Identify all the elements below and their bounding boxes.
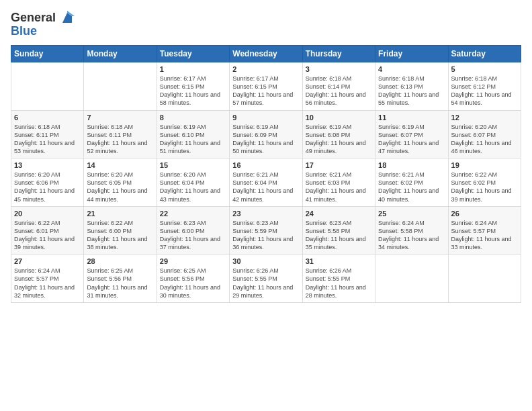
cell-info: Sunrise: 6:18 AMSunset: 6:13 PMDaylight:… (378, 75, 445, 107)
calendar-cell: 9Sunrise: 6:19 AMSunset: 6:09 PMDaylight… (230, 110, 302, 158)
day-header-friday: Friday (375, 46, 448, 62)
calendar-cell: 22Sunrise: 6:23 AMSunset: 6:00 PMDayligh… (157, 206, 229, 255)
day-number: 15 (160, 161, 226, 169)
day-header-sunday: Sunday (11, 46, 84, 62)
calendar-cell: 19Sunrise: 6:22 AMSunset: 6:02 PMDayligh… (448, 158, 521, 207)
day-number: 30 (232, 257, 299, 265)
cell-info: Sunrise: 6:20 AMSunset: 6:05 PMDaylight:… (87, 171, 153, 203)
day-number: 12 (451, 113, 518, 122)
cell-info: Sunrise: 6:23 AMSunset: 6:00 PMDaylight:… (160, 219, 226, 252)
calendar-cell: 28Sunrise: 6:25 AMSunset: 5:56 PMDayligh… (84, 255, 157, 303)
day-number: 13 (14, 161, 81, 169)
calendar-week-5: 27Sunrise: 6:24 AMSunset: 5:57 PMDayligh… (11, 255, 521, 303)
day-number: 31 (306, 257, 372, 265)
calendar-cell: 20Sunrise: 6:22 AMSunset: 6:01 PMDayligh… (11, 206, 84, 255)
day-number: 9 (232, 113, 299, 122)
calendar-cell: 11Sunrise: 6:19 AMSunset: 6:07 PMDayligh… (375, 110, 448, 158)
logo-icon (60, 11, 75, 26)
day-number: 19 (451, 161, 518, 169)
day-number: 8 (160, 113, 226, 122)
cell-info: Sunrise: 6:26 AMSunset: 5:55 PMDaylight:… (232, 267, 299, 300)
calendar-cell: 31Sunrise: 6:26 AMSunset: 5:55 PMDayligh… (302, 255, 375, 303)
calendar-cell: 4Sunrise: 6:18 AMSunset: 6:13 PMDaylight… (375, 62, 448, 111)
cell-info: Sunrise: 6:19 AMSunset: 6:09 PMDaylight:… (232, 123, 299, 156)
calendar-cell: 15Sunrise: 6:20 AMSunset: 6:04 PMDayligh… (157, 158, 229, 207)
cell-info: Sunrise: 6:18 AMSunset: 6:11 PMDaylight:… (87, 123, 153, 156)
calendar-cell: 3Sunrise: 6:18 AMSunset: 6:14 PMDaylight… (302, 62, 375, 111)
calendar-cell (84, 62, 157, 111)
day-header-wednesday: Wednesday (230, 46, 302, 62)
day-number: 5 (451, 65, 518, 73)
cell-info: Sunrise: 6:22 AMSunset: 6:00 PMDaylight:… (87, 219, 153, 252)
cell-info: Sunrise: 6:24 AMSunset: 5:57 PMDaylight:… (14, 267, 81, 300)
calendar-cell: 21Sunrise: 6:22 AMSunset: 6:00 PMDayligh… (84, 206, 157, 255)
cell-info: Sunrise: 6:25 AMSunset: 5:56 PMDaylight:… (160, 267, 226, 300)
cell-info: Sunrise: 6:18 AMSunset: 6:12 PMDaylight:… (451, 75, 518, 107)
calendar-week-1: 1Sunrise: 6:17 AMSunset: 6:15 PMDaylight… (11, 62, 521, 111)
calendar-cell: 5Sunrise: 6:18 AMSunset: 6:12 PMDaylight… (448, 62, 521, 111)
cell-info: Sunrise: 6:26 AMSunset: 5:55 PMDaylight:… (306, 267, 372, 300)
day-header-monday: Monday (84, 46, 157, 62)
calendar-table: SundayMondayTuesdayWednesdayThursdayFrid… (11, 45, 521, 303)
day-number: 16 (232, 161, 299, 169)
logo-general: General (11, 11, 75, 26)
day-number: 28 (87, 257, 153, 265)
day-number: 10 (306, 113, 372, 122)
calendar-cell (375, 255, 448, 303)
header: General Blue (11, 11, 521, 38)
calendar-cell: 13Sunrise: 6:20 AMSunset: 6:06 PMDayligh… (11, 158, 84, 207)
day-number: 22 (160, 210, 226, 218)
calendar-cell: 2Sunrise: 6:17 AMSunset: 6:15 PMDaylight… (230, 62, 302, 111)
calendar-cell: 8Sunrise: 6:19 AMSunset: 6:10 PMDaylight… (157, 110, 229, 158)
calendar-cell: 27Sunrise: 6:24 AMSunset: 5:57 PMDayligh… (11, 255, 84, 303)
cell-info: Sunrise: 6:18 AMSunset: 6:14 PMDaylight:… (306, 75, 372, 107)
calendar-cell: 24Sunrise: 6:23 AMSunset: 5:58 PMDayligh… (302, 206, 375, 255)
day-number: 11 (378, 113, 445, 122)
cell-info: Sunrise: 6:23 AMSunset: 5:59 PMDaylight:… (232, 219, 299, 252)
calendar-cell: 12Sunrise: 6:20 AMSunset: 6:07 PMDayligh… (448, 110, 521, 158)
cell-info: Sunrise: 6:21 AMSunset: 6:04 PMDaylight:… (232, 171, 299, 203)
calendar-cell: 10Sunrise: 6:19 AMSunset: 6:08 PMDayligh… (302, 110, 375, 158)
cell-info: Sunrise: 6:20 AMSunset: 6:04 PMDaylight:… (160, 171, 226, 203)
day-number: 7 (87, 113, 153, 122)
logo: General Blue (11, 11, 75, 38)
calendar-cell (448, 255, 521, 303)
calendar-week-2: 6Sunrise: 6:18 AMSunset: 6:11 PMDaylight… (11, 110, 521, 158)
calendar-cell: 16Sunrise: 6:21 AMSunset: 6:04 PMDayligh… (230, 158, 302, 207)
cell-info: Sunrise: 6:20 AMSunset: 6:07 PMDaylight:… (451, 123, 518, 156)
day-number: 14 (87, 161, 153, 169)
page: General Blue SundayMondayTuesdayWednesda… (0, 0, 532, 411)
day-number: 3 (306, 65, 372, 73)
cell-info: Sunrise: 6:17 AMSunset: 6:15 PMDaylight:… (232, 75, 299, 107)
cell-info: Sunrise: 6:19 AMSunset: 6:08 PMDaylight:… (306, 123, 372, 156)
day-number: 18 (378, 161, 445, 169)
logo-blue: Blue (11, 24, 75, 38)
calendar-cell: 17Sunrise: 6:21 AMSunset: 6:03 PMDayligh… (302, 158, 375, 207)
day-number: 2 (232, 65, 299, 73)
day-number: 26 (451, 210, 518, 218)
cell-info: Sunrise: 6:24 AMSunset: 5:57 PMDaylight:… (451, 219, 518, 252)
cell-info: Sunrise: 6:20 AMSunset: 6:06 PMDaylight:… (14, 171, 81, 203)
cell-info: Sunrise: 6:18 AMSunset: 6:11 PMDaylight:… (14, 123, 81, 156)
day-header-saturday: Saturday (448, 46, 521, 62)
day-number: 4 (378, 65, 445, 73)
cell-info: Sunrise: 6:17 AMSunset: 6:15 PMDaylight:… (160, 75, 226, 107)
day-header-thursday: Thursday (302, 46, 375, 62)
day-number: 21 (87, 210, 153, 218)
calendar-cell: 6Sunrise: 6:18 AMSunset: 6:11 PMDaylight… (11, 110, 84, 158)
calendar-cell: 25Sunrise: 6:24 AMSunset: 5:58 PMDayligh… (375, 206, 448, 255)
cell-info: Sunrise: 6:21 AMSunset: 6:02 PMDaylight:… (378, 171, 445, 203)
day-number: 29 (160, 257, 226, 265)
day-number: 23 (232, 210, 299, 218)
day-number: 20 (14, 210, 81, 218)
cell-info: Sunrise: 6:23 AMSunset: 5:58 PMDaylight:… (306, 219, 372, 252)
cell-info: Sunrise: 6:25 AMSunset: 5:56 PMDaylight:… (87, 267, 153, 300)
cell-info: Sunrise: 6:24 AMSunset: 5:58 PMDaylight:… (378, 219, 445, 252)
cell-info: Sunrise: 6:19 AMSunset: 6:07 PMDaylight:… (378, 123, 445, 156)
calendar-cell: 26Sunrise: 6:24 AMSunset: 5:57 PMDayligh… (448, 206, 521, 255)
cell-info: Sunrise: 6:22 AMSunset: 6:01 PMDaylight:… (14, 219, 81, 252)
day-number: 17 (306, 161, 372, 169)
day-number: 25 (378, 210, 445, 218)
calendar-cell: 30Sunrise: 6:26 AMSunset: 5:55 PMDayligh… (230, 255, 302, 303)
day-number: 1 (160, 65, 226, 73)
